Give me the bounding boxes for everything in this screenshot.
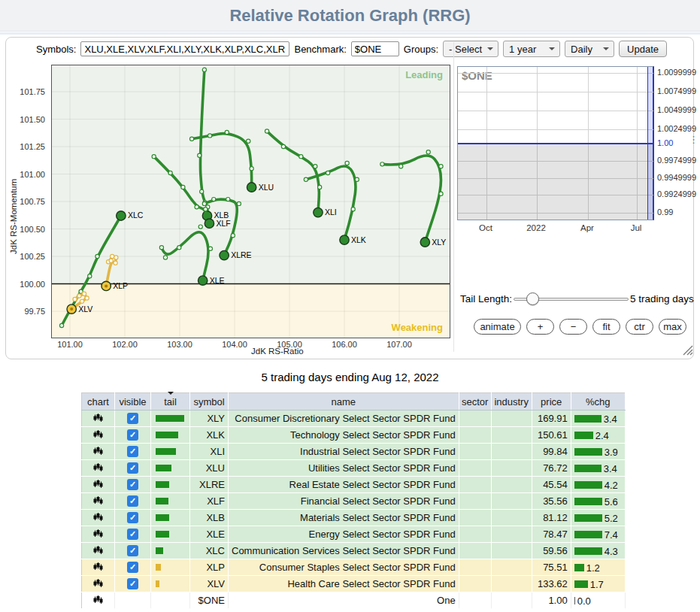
tail-length-slider-thumb[interactable] bbox=[526, 292, 539, 305]
titlebar-accent bbox=[0, 32, 700, 35]
name-cell: Financial Select Sector SPDR Fund bbox=[229, 493, 459, 510]
visible-checkbox[interactable]: ✓ bbox=[127, 562, 138, 573]
column-header-price[interactable]: price bbox=[532, 393, 571, 411]
frequency-select[interactable]: Daily bbox=[565, 41, 614, 57]
column-header-tail[interactable]: tail bbox=[151, 393, 190, 411]
candlestick-chart-icon[interactable] bbox=[93, 595, 103, 604]
x-tick-label: 103.00 bbox=[160, 340, 199, 349]
tail-length-bar bbox=[156, 547, 163, 554]
marker-XLK[interactable] bbox=[340, 235, 349, 244]
column-header-industry[interactable]: industry bbox=[491, 393, 532, 411]
column-header-name[interactable]: name bbox=[229, 393, 459, 411]
marker-XLE[interactable] bbox=[198, 276, 207, 285]
candlestick-chart-icon[interactable] bbox=[93, 479, 103, 489]
pct-chg-bar bbox=[574, 465, 602, 472]
visible-checkbox[interactable]: ✓ bbox=[127, 529, 138, 540]
column-header-sector[interactable]: sector bbox=[459, 393, 491, 411]
symbol-cell: XLB bbox=[190, 510, 229, 526]
tail-length-bar bbox=[156, 514, 169, 521]
industry-cell bbox=[491, 592, 532, 609]
y-axis-title: JdK RS-Momentum bbox=[9, 179, 18, 254]
visible-checkbox[interactable]: ✓ bbox=[127, 413, 138, 424]
visible-checkbox[interactable]: ✓ bbox=[127, 446, 138, 457]
table-row-XLK: ✓XLKTechnology Select Sector SPDR Fund15… bbox=[82, 427, 626, 444]
candlestick-chart-icon[interactable] bbox=[93, 429, 103, 439]
sector-cell bbox=[459, 543, 491, 559]
pct-chg-cell: 3.9 bbox=[571, 444, 625, 460]
update-button[interactable]: Update bbox=[619, 41, 667, 57]
pct-chg-bar bbox=[574, 531, 602, 538]
table-row-XLC: ✓XLCCommunication Services Select Sector… bbox=[82, 543, 626, 559]
pct-chg-cell: 4.2 bbox=[571, 477, 625, 493]
column-header-symbol[interactable]: symbol bbox=[190, 393, 229, 411]
candlestick-chart-icon[interactable] bbox=[93, 446, 103, 456]
center-button[interactable]: ctr bbox=[626, 319, 653, 335]
candlestick-chart-icon[interactable] bbox=[93, 529, 103, 538]
marker-XLC[interactable] bbox=[117, 211, 126, 220]
symbols-input[interactable] bbox=[80, 41, 289, 56]
symbols-label: Symbols: bbox=[36, 44, 76, 55]
price-cell: 133.62 bbox=[532, 576, 571, 592]
marker-XLY[interactable] bbox=[420, 238, 429, 247]
name-cell: Health Care Select Sector SPDR Fund bbox=[229, 576, 459, 592]
candlestick-chart-icon[interactable] bbox=[93, 545, 103, 555]
name-cell: One bbox=[229, 592, 459, 609]
sector-cell bbox=[459, 493, 491, 510]
visible-checkbox[interactable]: ✓ bbox=[127, 512, 138, 523]
name-cell: Utilities Select Sector SPDR Fund bbox=[229, 460, 459, 477]
candlestick-chart-icon[interactable] bbox=[93, 512, 103, 522]
benchmark-y-tick-label: 1.00 bbox=[657, 138, 673, 147]
marker-label-XLI: XLI bbox=[325, 208, 337, 217]
price-cell: 45.54 bbox=[532, 477, 571, 493]
zoom-out-button[interactable]: − bbox=[559, 319, 587, 335]
groups-select[interactable]: - Select - bbox=[443, 41, 498, 57]
candlestick-chart-icon[interactable] bbox=[93, 495, 103, 505]
x-tick-label: 102.00 bbox=[105, 340, 144, 349]
fit-button[interactable]: fit bbox=[592, 319, 620, 335]
period-select[interactable]: 1 year bbox=[503, 41, 560, 57]
benchmark-symbol-label: $ONE bbox=[462, 69, 492, 82]
column-header-pctchg[interactable]: %chg bbox=[571, 393, 625, 411]
groups-label: Groups: bbox=[404, 44, 438, 55]
resize-handle-icon[interactable] bbox=[680, 343, 694, 356]
x-tick-label: 107.00 bbox=[380, 340, 419, 349]
benchmark-y-tick-label: 0.9974999 bbox=[657, 156, 696, 165]
pct-chg-bar bbox=[574, 547, 602, 555]
table-row-XLU: ✓XLUUtilities Select Sector SPDR Fund76.… bbox=[82, 460, 626, 477]
visible-checkbox[interactable]: ✓ bbox=[127, 429, 138, 441]
max-button[interactable]: max bbox=[659, 319, 686, 335]
pct-chg-cell: 2.4 bbox=[571, 427, 625, 444]
symbol-cell: XLI bbox=[190, 444, 229, 460]
marker-XLI[interactable] bbox=[314, 208, 323, 217]
benchmark-input[interactable] bbox=[351, 41, 399, 56]
tail-length-bar bbox=[156, 498, 168, 504]
zoom-in-button[interactable]: + bbox=[526, 319, 554, 335]
visible-checkbox[interactable]: ✓ bbox=[127, 495, 138, 507]
candlestick-chart-icon[interactable] bbox=[93, 578, 103, 588]
visible-checkbox[interactable]: ✓ bbox=[127, 545, 138, 556]
marker-label-XLE: XLE bbox=[210, 276, 225, 285]
rrg-scatter-chart: XLUXLIXLKXLYXLCXLBXLFXLREXLEXLPXLVLeadin… bbox=[51, 65, 450, 338]
visible-checkbox[interactable]: ✓ bbox=[127, 578, 138, 589]
price-cell: 81.12 bbox=[532, 510, 571, 526]
sector-cell bbox=[459, 411, 491, 427]
marker-XLRE[interactable] bbox=[220, 250, 229, 259]
visible-checkbox[interactable]: ✓ bbox=[127, 479, 138, 490]
sector-cell bbox=[459, 477, 491, 493]
candlestick-chart-icon[interactable] bbox=[93, 413, 103, 423]
pct-chg-bar bbox=[574, 580, 588, 588]
candlestick-chart-icon[interactable] bbox=[93, 462, 103, 472]
marker-XLF[interactable] bbox=[205, 219, 214, 228]
animate-button[interactable]: animate bbox=[474, 319, 521, 335]
pct-chg-bar bbox=[574, 498, 602, 505]
marker-XLU[interactable] bbox=[247, 183, 256, 192]
visible-checkbox[interactable]: ✓ bbox=[127, 462, 138, 474]
pct-chg-cell: 0.0 bbox=[571, 592, 625, 609]
chart-buttons: animate+−fitctrmax bbox=[474, 319, 686, 335]
industry-cell bbox=[491, 427, 532, 444]
candlestick-chart-icon[interactable] bbox=[93, 562, 103, 571]
sector-cell bbox=[459, 510, 491, 526]
symbol-cell: XLY bbox=[190, 411, 229, 427]
column-header-visible[interactable]: visible bbox=[115, 393, 151, 411]
column-header-chart[interactable]: chart bbox=[82, 393, 115, 411]
